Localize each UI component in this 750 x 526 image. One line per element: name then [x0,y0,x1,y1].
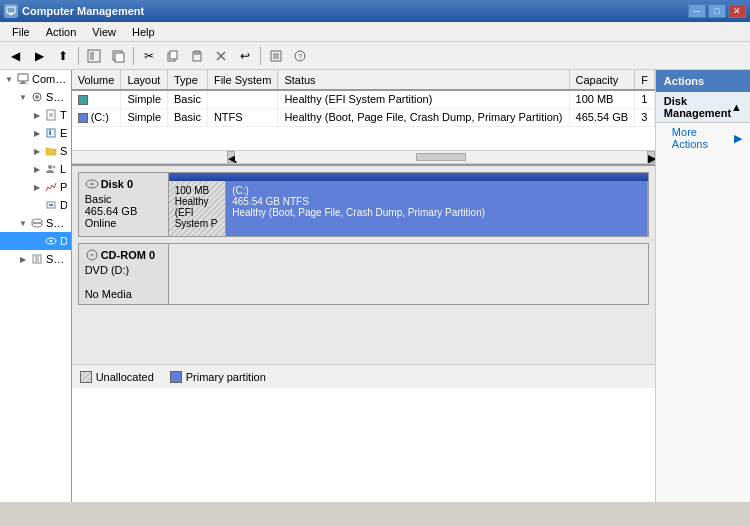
scroll-right-arrow[interactable]: ▶ [647,151,655,163]
cdrom-0-label: CD-ROM 0 DVD (D:) No Media [79,244,169,304]
tree-services[interactable]: ▶ Services and Applications [0,250,71,268]
tree-scroll: ▼ Computer Management (Local ▼ System To… [0,70,71,502]
new-window-button[interactable] [107,45,129,67]
legend-primary: Primary partition [170,371,266,383]
scroll-thumb[interactable] [416,153,466,161]
perf-expand: ▶ [30,180,44,194]
cell-type-1: Basic [168,90,208,108]
cdrom-0-media: No Media [85,288,162,300]
tree-event-label: Event Viewer [60,127,67,139]
device-icon [44,198,58,212]
folder-icon [44,144,58,158]
menu-action[interactable]: Action [38,24,85,40]
svg-point-36 [32,223,42,227]
disk-0-parts: 100 MB Healthy (EFI System P (C:) 465.54… [169,181,648,236]
tree-users-label: Local Users and Groups [60,163,67,175]
tree-shared-folders[interactable]: ▶ Shared Folders [0,142,71,160]
cdrom-0-name: CD-ROM 0 [101,249,155,261]
menu-file[interactable]: File [4,24,38,40]
actions-header: Actions [656,70,750,92]
close-button[interactable]: ✕ [728,4,746,18]
menu-view[interactable]: View [84,24,124,40]
svg-rect-5 [115,53,124,62]
maximize-button[interactable]: □ [708,4,726,18]
svg-rect-18 [18,74,28,81]
back-button[interactable]: ◀ [4,45,26,67]
tree-task-label: Task Scheduler [60,109,67,121]
event-icon [44,126,58,140]
actions-section-disk-mgmt[interactable]: Disk Management ▲ [656,92,750,123]
disk-0-row: Disk 0 Basic 465.64 GB Online 100 MB Hea… [78,172,649,237]
cell-fs-2: NTFS [207,108,277,126]
svg-rect-32 [49,204,53,206]
tree-panel: ▼ Computer Management (Local ▼ System To… [0,70,72,502]
services-icon [30,252,44,266]
c-drive-size: 465.54 GB NTFS [232,196,641,207]
up-button[interactable]: ⬆ [52,45,74,67]
delete-button[interactable] [210,45,232,67]
menu-bar: File Action View Help [0,22,750,42]
show-hide-console-button[interactable] [83,45,105,67]
tree-local-users[interactable]: ▶ Local Users and Groups [0,160,71,178]
tree-system-tools-label: System Tools [46,91,67,103]
col-f: F [635,70,655,90]
more-actions-link[interactable]: More Actions ▶ [656,123,750,153]
help-button[interactable]: ? [289,45,311,67]
tree-task-scheduler[interactable]: ▶ Task Scheduler [0,106,71,124]
svg-rect-0 [7,7,15,13]
disk-table: Volume Layout Type File System Status Ca… [72,70,655,127]
disk-0-part-c[interactable]: (C:) 465.54 GB NTFS Healthy (Boot, Page … [226,181,648,236]
tree-device-manager[interactable]: Device Manager [0,196,71,214]
table-row[interactable]: Simple Basic Healthy (EFI System Partiti… [72,90,655,108]
tree-disk-mgmt-label: Disk Management [60,235,67,247]
tree-system-tools[interactable]: ▼ System Tools [0,88,71,106]
svg-rect-7 [170,51,177,59]
root-expand-icon: ▼ [2,72,16,86]
copy-button[interactable] [162,45,184,67]
volume-color-1 [78,95,88,105]
legend-unallocated-label: Unallocated [96,371,154,383]
tree-disk-management[interactable]: Disk Management [0,232,71,250]
properties-button[interactable] [265,45,287,67]
paste-button[interactable] [186,45,208,67]
menu-help[interactable]: Help [124,24,163,40]
cell-f-1: 1 [635,90,655,108]
tree-root[interactable]: ▼ Computer Management (Local [0,70,71,88]
title-bar: Computer Management ─ □ ✕ [0,0,750,22]
disk-mgmt-icon [44,234,58,248]
cell-volume-1 [72,90,121,108]
cell-f-2: 3 [635,108,655,126]
cdrom-0-partitions [169,244,648,304]
legend-primary-label: Primary partition [186,371,266,383]
minimize-button[interactable]: ─ [688,4,706,18]
efi-size: 100 MB [175,185,220,196]
tree-storage[interactable]: ▼ Storage [0,214,71,232]
disk-0-type: Basic [85,193,162,205]
svg-rect-23 [47,110,55,120]
users-expand: ▶ [30,162,44,176]
svg-point-44 [90,183,94,186]
svg-point-22 [35,95,39,99]
disk-0-bar [169,173,648,181]
svg-point-46 [90,254,93,257]
device-expand [30,198,44,212]
window-controls: ─ □ ✕ [688,4,746,18]
table-scrollbar[interactable]: ◀ ▶ [72,150,655,164]
cell-cap-1: 100 MB [569,90,635,108]
cut-button[interactable]: ✂ [138,45,160,67]
disk-0-part-efi[interactable]: 100 MB Healthy (EFI System P [169,181,227,236]
disk-0-size: 465.64 GB [85,205,162,217]
tree-performance[interactable]: ▶ Performance [0,178,71,196]
scroll-left-arrow[interactable]: ◀ [227,151,235,163]
table-row[interactable]: (C:) Simple Basic NTFS Healthy (Boot, Pa… [72,108,655,126]
cell-type-2: Basic [168,108,208,126]
svg-rect-9 [195,51,199,54]
system-tools-icon [30,90,44,104]
undo-button[interactable]: ↩ [234,45,256,67]
right-panel: Volume Layout Type File System Status Ca… [72,70,655,502]
svg-rect-20 [19,83,27,84]
cdrom-no-media [169,244,648,304]
forward-button[interactable]: ▶ [28,45,50,67]
storage-expand: ▼ [16,216,30,230]
tree-event-viewer[interactable]: ▶ Event Viewer [0,124,71,142]
